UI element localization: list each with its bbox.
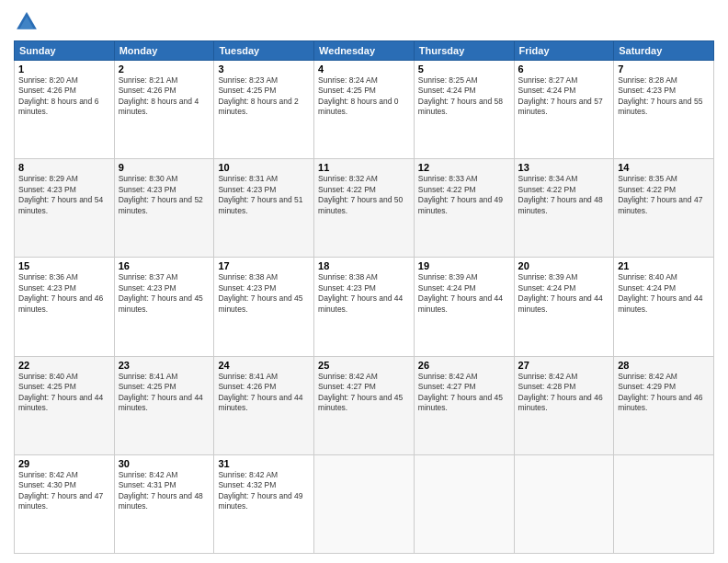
day-info: Sunrise: 8:42 AMSunset: 4:32 PMDaylight:… — [218, 470, 310, 512]
calendar-day-cell: 10Sunrise: 8:31 AMSunset: 4:23 PMDayligh… — [214, 159, 314, 258]
calendar-day-cell — [314, 454, 415, 553]
calendar-day-cell: 16Sunrise: 8:37 AMSunset: 4:23 PMDayligh… — [114, 258, 214, 356]
day-info: Sunrise: 8:36 AMSunset: 4:23 PMDaylight:… — [18, 272, 110, 315]
calendar-day-cell: 7Sunrise: 8:28 AMSunset: 4:23 PMDaylight… — [614, 61, 714, 159]
day-info: Sunrise: 8:40 AMSunset: 4:25 PMDaylight:… — [18, 372, 110, 414]
day-info: Sunrise: 8:42 AMSunset: 4:30 PMDaylight:… — [18, 470, 110, 512]
day-info: Sunrise: 8:42 AMSunset: 4:28 PMDaylight:… — [518, 372, 610, 414]
day-number: 26 — [418, 360, 510, 371]
day-info: Sunrise: 8:38 AMSunset: 4:23 PMDaylight:… — [318, 272, 410, 315]
day-number: 19 — [418, 260, 510, 271]
day-of-week-header: Monday — [114, 41, 214, 61]
day-number: 29 — [18, 458, 110, 469]
day-number: 11 — [318, 162, 410, 173]
day-number: 18 — [318, 260, 410, 271]
calendar-day-cell: 18Sunrise: 8:38 AMSunset: 4:23 PMDayligh… — [314, 258, 415, 356]
day-of-week-header: Thursday — [414, 41, 514, 61]
day-info: Sunrise: 8:24 AMSunset: 4:25 PMDaylight:… — [318, 75, 410, 118]
calendar-week-row: 1Sunrise: 8:20 AMSunset: 4:26 PMDaylight… — [15, 61, 714, 159]
calendar-day-cell: 30Sunrise: 8:42 AMSunset: 4:31 PMDayligh… — [114, 454, 214, 553]
day-info: Sunrise: 8:34 AMSunset: 4:22 PMDaylight:… — [518, 174, 610, 216]
day-of-week-header: Tuesday — [214, 41, 314, 61]
calendar-day-cell: 27Sunrise: 8:42 AMSunset: 4:28 PMDayligh… — [514, 356, 614, 454]
calendar-day-cell — [514, 454, 614, 553]
calendar-day-cell: 28Sunrise: 8:42 AMSunset: 4:29 PMDayligh… — [614, 356, 714, 454]
calendar-day-cell: 3Sunrise: 8:23 AMSunset: 4:25 PMDaylight… — [214, 61, 314, 159]
day-number: 8 — [18, 162, 110, 173]
day-number: 3 — [218, 63, 310, 75]
day-of-week-header: Wednesday — [314, 41, 415, 61]
day-info: Sunrise: 8:33 AMSunset: 4:22 PMDaylight:… — [418, 174, 510, 216]
day-info: Sunrise: 8:38 AMSunset: 4:23 PMDaylight:… — [218, 272, 310, 315]
day-number: 21 — [618, 260, 710, 271]
day-info: Sunrise: 8:32 AMSunset: 4:22 PMDaylight:… — [318, 174, 410, 216]
day-number: 13 — [518, 162, 610, 173]
day-number: 30 — [119, 458, 210, 469]
day-info: Sunrise: 8:23 AMSunset: 4:25 PMDaylight:… — [218, 75, 310, 118]
day-number: 14 — [618, 162, 710, 173]
day-info: Sunrise: 8:42 AMSunset: 4:31 PMDaylight:… — [119, 470, 210, 512]
header — [14, 9, 714, 35]
day-info: Sunrise: 8:29 AMSunset: 4:23 PMDaylight:… — [18, 174, 110, 216]
day-info: Sunrise: 8:20 AMSunset: 4:26 PMDaylight:… — [18, 75, 110, 118]
calendar-day-cell: 24Sunrise: 8:41 AMSunset: 4:26 PMDayligh… — [214, 356, 314, 454]
day-number: 7 — [618, 63, 710, 75]
calendar-day-cell: 19Sunrise: 8:39 AMSunset: 4:24 PMDayligh… — [414, 258, 514, 356]
day-number: 28 — [618, 360, 710, 371]
calendar-day-cell: 14Sunrise: 8:35 AMSunset: 4:22 PMDayligh… — [614, 159, 714, 258]
calendar-day-cell: 23Sunrise: 8:41 AMSunset: 4:25 PMDayligh… — [114, 356, 214, 454]
calendar-day-cell: 2Sunrise: 8:21 AMSunset: 4:26 PMDaylight… — [114, 61, 214, 159]
calendar-week-row: 8Sunrise: 8:29 AMSunset: 4:23 PMDaylight… — [15, 159, 714, 258]
day-number: 6 — [518, 63, 610, 75]
calendar-day-cell: 25Sunrise: 8:42 AMSunset: 4:27 PMDayligh… — [314, 356, 415, 454]
day-info: Sunrise: 8:30 AMSunset: 4:23 PMDaylight:… — [119, 174, 210, 216]
day-info: Sunrise: 8:37 AMSunset: 4:23 PMDaylight:… — [119, 272, 210, 315]
day-info: Sunrise: 8:40 AMSunset: 4:24 PMDaylight:… — [618, 272, 710, 315]
day-number: 9 — [119, 162, 210, 173]
day-of-week-header: Sunday — [15, 41, 115, 61]
day-number: 24 — [218, 360, 310, 371]
day-info: Sunrise: 8:25 AMSunset: 4:24 PMDaylight:… — [418, 75, 510, 118]
calendar-day-cell: 8Sunrise: 8:29 AMSunset: 4:23 PMDaylight… — [15, 159, 115, 258]
calendar-day-cell — [614, 454, 714, 553]
day-number: 27 — [518, 360, 610, 371]
calendar-week-row: 15Sunrise: 8:36 AMSunset: 4:23 PMDayligh… — [15, 258, 714, 356]
calendar-week-row: 29Sunrise: 8:42 AMSunset: 4:30 PMDayligh… — [15, 454, 714, 553]
day-info: Sunrise: 8:39 AMSunset: 4:24 PMDaylight:… — [518, 272, 610, 315]
day-number: 4 — [318, 63, 410, 75]
day-info: Sunrise: 8:42 AMSunset: 4:29 PMDaylight:… — [618, 372, 710, 414]
calendar-day-cell: 11Sunrise: 8:32 AMSunset: 4:22 PMDayligh… — [314, 159, 415, 258]
logo — [14, 9, 43, 35]
calendar-day-cell: 9Sunrise: 8:30 AMSunset: 4:23 PMDaylight… — [114, 159, 214, 258]
day-number: 15 — [18, 260, 110, 271]
calendar-day-cell: 17Sunrise: 8:38 AMSunset: 4:23 PMDayligh… — [214, 258, 314, 356]
calendar-day-cell: 5Sunrise: 8:25 AMSunset: 4:24 PMDaylight… — [414, 61, 514, 159]
day-info: Sunrise: 8:41 AMSunset: 4:26 PMDaylight:… — [218, 372, 310, 414]
calendar-day-cell: 20Sunrise: 8:39 AMSunset: 4:24 PMDayligh… — [514, 258, 614, 356]
day-number: 12 — [418, 162, 510, 173]
calendar-body: 1Sunrise: 8:20 AMSunset: 4:26 PMDaylight… — [15, 61, 714, 554]
day-info: Sunrise: 8:39 AMSunset: 4:24 PMDaylight:… — [418, 272, 510, 315]
day-number: 31 — [218, 458, 310, 469]
calendar-header-row: SundayMondayTuesdayWednesdayThursdayFrid… — [15, 41, 714, 61]
calendar-day-cell — [414, 454, 514, 553]
day-number: 23 — [119, 360, 210, 371]
calendar-day-cell: 22Sunrise: 8:40 AMSunset: 4:25 PMDayligh… — [15, 356, 115, 454]
page: SundayMondayTuesdayWednesdayThursdayFrid… — [0, 0, 728, 563]
day-info: Sunrise: 8:42 AMSunset: 4:27 PMDaylight:… — [418, 372, 510, 414]
day-info: Sunrise: 8:35 AMSunset: 4:22 PMDaylight:… — [618, 174, 710, 216]
day-number: 2 — [119, 63, 210, 75]
calendar-day-cell: 31Sunrise: 8:42 AMSunset: 4:32 PMDayligh… — [214, 454, 314, 553]
day-of-week-header: Saturday — [614, 41, 714, 61]
calendar-day-cell: 26Sunrise: 8:42 AMSunset: 4:27 PMDayligh… — [414, 356, 514, 454]
day-info: Sunrise: 8:21 AMSunset: 4:26 PMDaylight:… — [119, 75, 210, 118]
day-number: 20 — [518, 260, 610, 271]
day-number: 1 — [18, 63, 110, 75]
day-number: 22 — [18, 360, 110, 371]
day-info: Sunrise: 8:41 AMSunset: 4:25 PMDaylight:… — [119, 372, 210, 414]
calendar-day-cell: 29Sunrise: 8:42 AMSunset: 4:30 PMDayligh… — [15, 454, 115, 553]
day-info: Sunrise: 8:28 AMSunset: 4:23 PMDaylight:… — [618, 75, 710, 118]
day-number: 16 — [119, 260, 210, 271]
day-info: Sunrise: 8:27 AMSunset: 4:24 PMDaylight:… — [518, 75, 610, 118]
day-info: Sunrise: 8:31 AMSunset: 4:23 PMDaylight:… — [218, 174, 310, 216]
